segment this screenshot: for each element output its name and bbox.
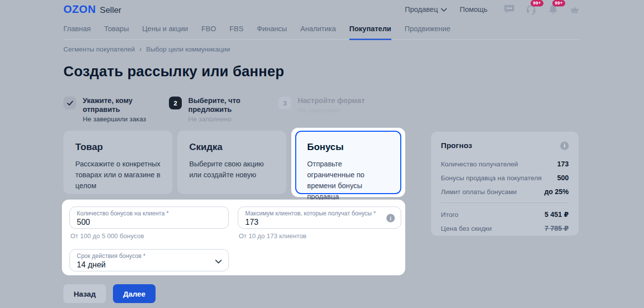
forecast-total-label: Итого <box>441 211 458 218</box>
tab-tseny-i-aktsii[interactable]: Цены и акции <box>142 22 188 39</box>
account-menu-label: Продавец <box>405 5 438 13</box>
breadcrumb-segments[interactable]: Сегменты покупателей <box>63 46 135 53</box>
next-button[interactable]: Далее <box>113 284 156 303</box>
forecast-info-icon[interactable]: i <box>560 142 569 150</box>
chevron-down-icon <box>215 257 222 266</box>
step-2: 2 Выберите, что предложить Не заполнено <box>169 96 278 124</box>
step-3-title: Настройте формат <box>298 96 365 105</box>
step-1-subtitle: Не завершили заказ <box>83 115 169 124</box>
offer-card-skidka-description: Выберите свою акцию или создайте новую <box>189 158 274 180</box>
tab-prodvizhenie[interactable]: Продвижение <box>405 22 450 39</box>
max-clients-field[interactable]: Максимум клиентов, которые получат бонус… <box>238 206 401 229</box>
chevron-down-icon <box>441 5 447 13</box>
notifications-badge: 99+ <box>552 0 565 6</box>
offer-card-tovar[interactable]: Товар Расскажите о конкретных товарах ил… <box>63 131 172 194</box>
notifications-bell-icon[interactable]: 99+ <box>547 3 559 15</box>
forecast-old-price-row: Цена без скидки 7 785 ₽ <box>441 224 569 232</box>
tab-pokupateli[interactable]: Покупатели <box>349 22 391 40</box>
bonus-amount-helper: От 100 до 5 000 бонусов <box>70 232 144 240</box>
forecast-old-price-value: 7 785 ₽ <box>544 224 569 232</box>
breadcrumb-separator-icon: › <box>139 45 142 53</box>
max-clients-helper: От 10 до 173 клиентов <box>239 232 307 240</box>
tab-glavnaya[interactable]: Главная <box>63 22 91 39</box>
breadcrumb-goal[interactable]: Выбор цели коммуникации <box>146 46 230 53</box>
step-2-subtitle: Не заполнено <box>188 115 278 124</box>
ozon-logo-text: OZON <box>63 3 96 16</box>
bonus-amount-input[interactable] <box>77 218 221 227</box>
offer-card-tovar-description: Расскажите о конкретных товарах или о ма… <box>75 158 161 191</box>
support-headset-icon[interactable]: 99+ <box>525 3 537 15</box>
back-button[interactable]: Назад <box>63 284 106 303</box>
forecast-row-recipients: Количество получателей 173 <box>441 160 569 168</box>
ozon-seller-logo[interactable]: OZON Seller <box>63 3 121 16</box>
tab-analitika[interactable]: Аналитика <box>300 22 336 39</box>
forecast-row-limit: Лимит оплаты бонусами до 25% <box>441 188 569 196</box>
header-actions: Продавец Помощь 99+ 99+ <box>405 3 581 15</box>
forecast-row-label: Бонусы продавца на покупателя <box>441 174 541 182</box>
premium-crown-icon[interactable] <box>569 3 581 15</box>
step-1-title: Укажите, кому отправить <box>83 96 169 114</box>
step-3: 3 Настройте формат Не заполнено <box>278 96 365 124</box>
forecast-divider <box>441 203 569 203</box>
forecast-total-row: Итого 5 451 ₽ <box>441 210 569 218</box>
forecast-panel: Прогноз i Количество получателей 173 Бон… <box>431 132 579 236</box>
step-1-text: Укажите, кому отправить Не завершили зак… <box>83 96 169 124</box>
forecast-header: Прогноз i <box>441 141 569 150</box>
forecast-row-label: Лимит оплаты бонусами <box>441 188 517 196</box>
bonus-amount-label: Количество бонусов на клиента * <box>77 210 221 217</box>
forecast-row-value: до 25% <box>544 188 569 196</box>
tab-tovary[interactable]: Товары <box>104 22 129 39</box>
bonus-duration-value: 14 дней <box>77 260 221 269</box>
step-2-number: 2 <box>169 97 182 109</box>
step-2-title: Выберите, что предложить <box>188 96 278 114</box>
seller-logo-text: Seller <box>100 5 121 15</box>
offer-card-skidka-title: Скидка <box>189 142 274 153</box>
account-menu[interactable]: Продавец <box>405 5 447 13</box>
tab-finansy[interactable]: Финансы <box>257 22 287 39</box>
header-icon-group: 99+ 99+ <box>503 3 581 15</box>
offer-card-tovar-title: Товар <box>75 142 161 153</box>
offer-card-bonusy-selected[interactable]: Бонусы Отправьте ограниченные по времени… <box>295 131 401 194</box>
max-clients-label: Максимум клиентов, которые получат бонус… <box>245 210 394 217</box>
forecast-old-price-label: Цена без скидки <box>441 225 491 232</box>
offer-card-bonusy-description: Отправьте ограниченные по времени бонусы… <box>307 158 389 202</box>
forecast-row-bonuses: Бонусы продавца на покупателя 500 <box>441 174 569 182</box>
help-link-label: Помощь <box>460 5 487 13</box>
stepper: Укажите, кому отправить Не завершили зак… <box>63 96 365 124</box>
max-clients-input[interactable] <box>245 218 394 227</box>
tab-fbo[interactable]: FBO <box>201 22 216 39</box>
top-header: OZON Seller Продавец Помощь 99+ <box>63 0 581 19</box>
step-3-subtitle: Не заполнено <box>298 106 365 115</box>
offer-card-bonusy-title: Бонусы <box>307 142 389 153</box>
forecast-total-value: 5 451 ₽ <box>544 210 569 218</box>
tab-fbs[interactable]: FBS <box>229 22 243 39</box>
help-link[interactable]: Помощь <box>460 5 487 13</box>
step-1: Укажите, кому отправить Не завершили зак… <box>63 96 169 124</box>
forecast-row-value: 500 <box>557 174 569 182</box>
main-nav: Главная Товары Цены и акции FBO FBS Фина… <box>63 22 580 40</box>
step-2-text: Выберите, что предложить Не заполнено <box>188 96 278 124</box>
forecast-row-label: Количество получателей <box>441 160 518 168</box>
bonus-duration-select[interactable]: Срок действия бонусов * 14 дней <box>69 249 229 271</box>
page-title: Создать рассылку или баннер <box>63 63 284 80</box>
step-3-text: Настройте формат Не заполнено <box>298 96 365 115</box>
step-3-number: 3 <box>278 97 291 109</box>
forecast-row-value: 173 <box>557 160 569 168</box>
support-badge: 99+ <box>531 0 543 6</box>
step-1-check-icon <box>63 97 76 109</box>
forecast-title: Прогноз <box>441 141 472 150</box>
chat-icon[interactable] <box>503 3 515 15</box>
bonus-form-panel: Количество бонусов на клиента * Максимум… <box>62 200 405 275</box>
max-clients-info-icon[interactable]: i <box>386 214 395 222</box>
breadcrumb: Сегменты покупателей › Выбор цели коммун… <box>63 45 230 53</box>
bonus-amount-field[interactable]: Количество бонусов на клиента * <box>69 206 229 229</box>
offer-card-skidka[interactable]: Скидка Выберите свою акцию или создайте … <box>177 131 286 194</box>
ozon-seller-page: OZON Seller Продавец Помощь 99+ <box>0 0 644 308</box>
bonus-duration-label: Срок действия бонусов * <box>77 253 221 260</box>
